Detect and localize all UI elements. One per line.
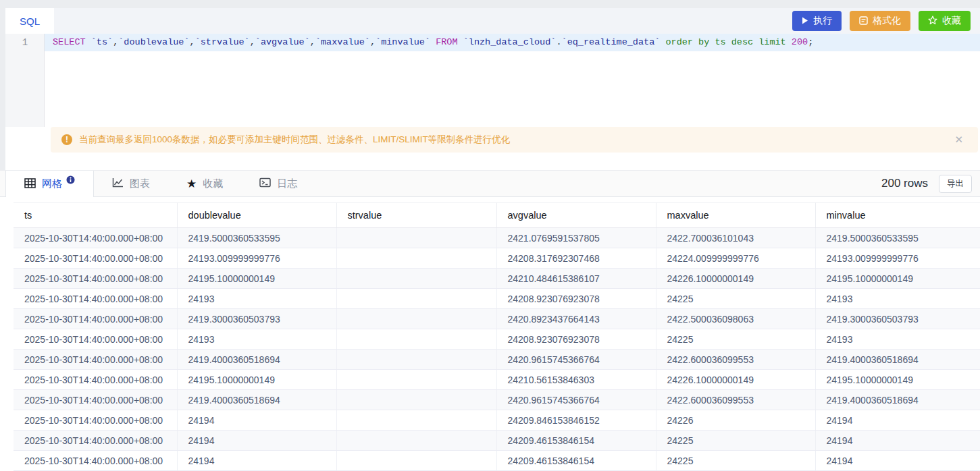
table-cell: 2025-10-30T14:40:00.000+08:00 (14, 350, 177, 370)
tab-grid-label: 网格 (42, 177, 62, 190)
table-row: 2025-10-30T14:40:00.000+08:0024195.10000… (14, 269, 980, 289)
table-cell (336, 431, 496, 451)
sql-code-line[interactable]: SELECT `ts`,`doublevalue`,`strvalue`,`av… (53, 34, 813, 51)
table-row: 2025-10-30T14:40:00.000+08:002419.300036… (14, 309, 980, 329)
table-cell: 2025-10-30T14:40:00.000+08:00 (14, 410, 177, 431)
table-cell: 2420.9615745366764 (496, 350, 656, 370)
table-row: 2025-10-30T14:40:00.000+08:002419.500036… (14, 228, 980, 248)
table-cell: 2422.600036099553 (656, 350, 815, 370)
table-cell (336, 410, 496, 431)
results-table: tsdoublevaluestrvalueavgvaluemaxvaluemin… (14, 202, 980, 471)
table-row: 2025-10-30T14:40:00.000+08:002419424209.… (14, 451, 980, 471)
tab-grid[interactable]: 网格 (5, 171, 94, 197)
table-cell: 24209.46153846154 (496, 431, 656, 451)
table-cell (336, 329, 496, 350)
table-cell: 24210.484615386107 (496, 269, 656, 289)
table-cell: 2419.4000360518694 (177, 350, 336, 370)
execute-button-label: 执行 (813, 15, 832, 27)
table-row: 2025-10-30T14:40:00.000+08:002419.400036… (14, 350, 980, 370)
format-button[interactable]: 格式化 (850, 11, 910, 31)
table-cell: 24193 (177, 329, 336, 350)
editor-toolbar: 执行 格式化 收藏 (792, 11, 980, 31)
table-cell: 24225 (656, 289, 815, 309)
tab-favorites-label: 收藏 (203, 177, 223, 190)
play-icon (802, 16, 808, 26)
format-button-label: 格式化 (873, 15, 901, 27)
execute-button[interactable]: 执行 (792, 11, 842, 31)
table-cell: 24226.10000000149 (656, 370, 815, 390)
table-row: 2025-10-30T14:40:00.000+08:002419424209.… (14, 410, 980, 431)
favorite-button[interactable]: 收藏 (919, 11, 971, 31)
table-row: 2025-10-30T14:40:00.000+08:002419324208.… (14, 289, 980, 309)
table-cell: 2419.4000360518694 (177, 390, 336, 410)
table-cell (336, 228, 496, 248)
table-cell: 24208.923076923078 (496, 329, 656, 350)
column-header: ts (14, 203, 177, 228)
table-row: 2025-10-30T14:40:00.000+08:0024193.00999… (14, 248, 980, 269)
table-cell: 24225 (656, 451, 815, 471)
star-outline-icon (928, 16, 937, 26)
tab-log-label: 日志 (277, 177, 297, 190)
table-cell: 2419.4000360518694 (815, 390, 980, 410)
table-cell: 2422.600036099553 (656, 390, 815, 410)
results-table-body: 2025-10-30T14:40:00.000+08:002419.500036… (14, 228, 980, 471)
table-cell: 2025-10-30T14:40:00.000+08:00 (14, 390, 177, 410)
table-cell: 24226.10000000149 (656, 269, 815, 289)
table-cell: 2025-10-30T14:40:00.000+08:00 (14, 248, 177, 269)
table-cell: 24225 (656, 329, 815, 350)
table-cell: 2025-10-30T14:40:00.000+08:00 (14, 431, 177, 451)
table-cell: 2420.8923437664143 (496, 309, 656, 329)
table-cell: 24226 (656, 410, 815, 431)
tab-log[interactable]: 日志 (241, 171, 315, 196)
table-cell: 2025-10-30T14:40:00.000+08:00 (14, 451, 177, 471)
sql-tab-label: SQL (20, 16, 40, 27)
format-icon (859, 16, 868, 26)
table-row: 2025-10-30T14:40:00.000+08:002419424209.… (14, 431, 980, 451)
table-cell: 2422.700036101043 (656, 228, 815, 248)
column-header: maxvalue (656, 203, 815, 228)
table-cell: 24193 (815, 289, 980, 309)
table-cell: 24225 (656, 431, 815, 451)
table-row: 2025-10-30T14:40:00.000+08:0024195.10000… (14, 370, 980, 390)
tab-favorites[interactable]: ★ 收藏 (168, 171, 241, 196)
table-cell: 2419.5000360533595 (177, 228, 336, 248)
terminal-icon (259, 177, 271, 190)
export-button[interactable]: 导出 (939, 175, 972, 193)
table-cell: 2422.500036098063 (656, 309, 815, 329)
result-tabs-bar: 网格 图表 ★ 收藏 日志 (0, 170, 980, 197)
table-cell: 24195.10000000149 (177, 370, 336, 390)
table-cell: 24195.10000000149 (815, 370, 980, 390)
table-cell: 2419.5000360533595 (815, 228, 980, 248)
tab-chart-label: 图表 (130, 177, 150, 190)
table-cell: 24193.009999999776 (177, 248, 336, 269)
table-cell (336, 289, 496, 309)
sql-editor-tab[interactable]: SQL (5, 8, 54, 34)
table-cell (336, 370, 496, 390)
table-cell (336, 390, 496, 410)
table-cell: 24194 (177, 431, 336, 451)
close-icon[interactable]: ✕ (950, 134, 967, 146)
table-cell (336, 350, 496, 370)
column-header: minvalue (815, 203, 980, 228)
warning-icon: ! (61, 134, 72, 145)
table-row: 2025-10-30T14:40:00.000+08:002419324208.… (14, 329, 980, 350)
table-row: 2025-10-30T14:40:00.000+08:002419.400036… (14, 390, 980, 410)
table-cell: 2025-10-30T14:40:00.000+08:00 (14, 329, 177, 350)
table-cell: 2025-10-30T14:40:00.000+08:00 (14, 370, 177, 390)
line-chart-icon (112, 177, 124, 190)
column-header: strvalue (336, 203, 496, 228)
query-limit-notice: ! 当前查询最多返回1000条数据，如必要可添加主键时间范围、过滤条件、LIMI… (51, 127, 978, 153)
table-cell: 24193.009999999776 (815, 248, 980, 269)
info-icon (66, 175, 75, 186)
table-cell (336, 451, 496, 471)
table-cell: 2419.3000360503793 (177, 309, 336, 329)
table-cell (336, 248, 496, 269)
tab-chart[interactable]: 图表 (94, 171, 168, 196)
grid-icon (24, 178, 36, 190)
left-edge-strip (0, 8, 5, 170)
table-cell: 24194 (815, 410, 980, 431)
table-cell: 24209.846153846152 (496, 410, 656, 431)
star-filled-icon: ★ (186, 178, 197, 190)
table-cell: 2025-10-30T14:40:00.000+08:00 (14, 228, 177, 248)
table-cell: 24224.009999999776 (656, 248, 815, 269)
